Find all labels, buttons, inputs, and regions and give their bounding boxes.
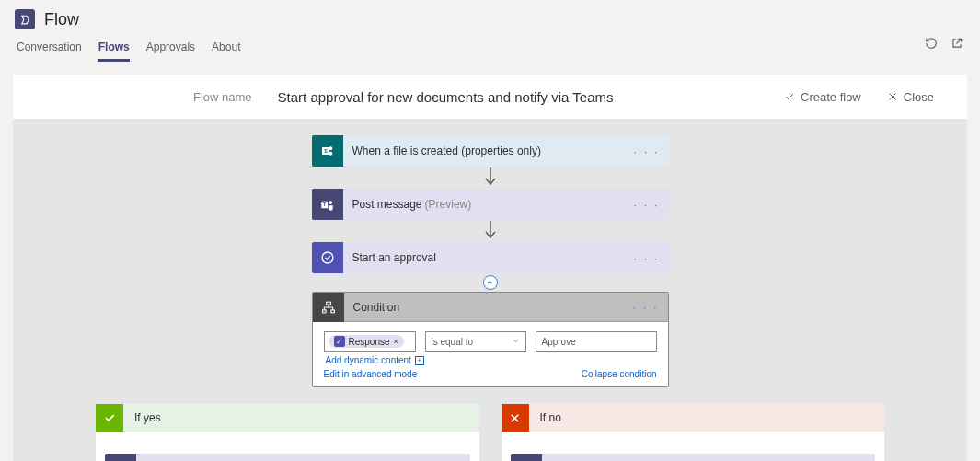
post-message-title: Post message(Preview) xyxy=(343,198,481,211)
start-approval-more-icon[interactable]: · · · xyxy=(633,251,659,265)
teams-icon: T xyxy=(312,189,343,220)
condition-title: Condition xyxy=(344,301,409,314)
svg-point-5 xyxy=(329,152,332,156)
post-message-card[interactable]: T Post message(Preview) · · · xyxy=(312,189,669,220)
tab-about[interactable]: About xyxy=(212,39,240,62)
close-button[interactable]: Close xyxy=(887,90,934,104)
response-token[interactable]: ✓ Response × xyxy=(329,335,404,348)
svg-point-11 xyxy=(322,252,333,263)
tab-flows[interactable]: Flows xyxy=(98,39,130,62)
condition-more-icon[interactable]: · · · xyxy=(632,300,658,314)
remove-token-icon[interactable]: × xyxy=(394,337,398,346)
create-flow-button[interactable]: Create flow xyxy=(784,90,861,104)
if-yes-title: If yes xyxy=(134,411,161,424)
tab-conversation[interactable]: Conversation xyxy=(17,39,82,62)
add-dynamic-content-link[interactable]: Add dynamic content + xyxy=(326,355,657,365)
condition-value-input[interactable]: Approve xyxy=(536,331,657,352)
svg-rect-17 xyxy=(322,309,326,312)
post-message-3-card[interactable]: T Post message 3(Preview) · · · xyxy=(511,454,876,461)
trigger-more-icon[interactable]: · · · xyxy=(633,144,659,158)
close-icon xyxy=(502,404,529,432)
if-no-title: If no xyxy=(540,411,561,424)
flow-name-bar: Flow name Start approval for new documen… xyxy=(13,75,967,119)
edit-advanced-link[interactable]: Edit in advanced mode xyxy=(324,369,418,379)
trigger-card[interactable]: S When a file is created (properties onl… xyxy=(312,135,669,167)
svg-rect-18 xyxy=(330,309,334,312)
token-icon: ✓ xyxy=(334,336,345,347)
flow-name-value[interactable]: Start approval for new documents and not… xyxy=(278,89,614,105)
flow-logo xyxy=(15,9,35,29)
start-approval-title: Start an approval xyxy=(343,251,445,264)
check-icon xyxy=(96,404,123,432)
app-tabs: Conversation Flows Approvals About xyxy=(15,39,965,62)
condition-operator-select[interactable]: is equal to xyxy=(425,331,526,352)
arrow-icon xyxy=(485,167,496,189)
condition-left-operand[interactable]: ✓ Response × xyxy=(324,331,416,352)
dynamic-content-icon: + xyxy=(415,356,424,365)
teams-icon: T xyxy=(105,454,136,461)
collapse-condition-link[interactable]: Collapse condition xyxy=(582,369,657,379)
post-message-2-card[interactable]: T Post message 2(Preview) · · · xyxy=(105,454,470,461)
sharepoint-icon: S xyxy=(312,135,343,167)
app-title: Flow xyxy=(44,10,79,29)
if-no-branch: If no T Post message 3(Preview) · · · xyxy=(502,404,885,461)
approval-icon xyxy=(312,242,343,273)
svg-point-9 xyxy=(329,201,332,204)
svg-point-4 xyxy=(329,146,332,150)
start-approval-card[interactable]: Start an approval · · · xyxy=(312,242,669,273)
designer-scroll[interactable]: Flow name Start approval for new documen… xyxy=(13,75,967,461)
condition-icon xyxy=(313,293,344,322)
popout-icon[interactable] xyxy=(951,37,963,52)
flow-name-label: Flow name xyxy=(193,90,252,104)
add-step-node[interactable]: + xyxy=(483,275,498,290)
teams-icon: T xyxy=(511,454,542,461)
refresh-icon[interactable] xyxy=(925,37,938,52)
arrow-icon xyxy=(485,220,496,242)
svg-text:T: T xyxy=(323,202,327,207)
condition-card[interactable]: Condition · · · ✓ Response × is equal to xyxy=(312,292,669,387)
chevron-down-icon xyxy=(512,337,520,347)
if-yes-branch: If yes T Post message 2(Preview) · · · xyxy=(96,404,479,461)
trigger-title: When a file is created (properties only) xyxy=(343,144,550,157)
svg-rect-12 xyxy=(326,302,330,305)
svg-text:S: S xyxy=(324,148,328,154)
post-message-more-icon[interactable]: · · · xyxy=(633,198,659,212)
tab-approvals[interactable]: Approvals xyxy=(146,39,195,62)
